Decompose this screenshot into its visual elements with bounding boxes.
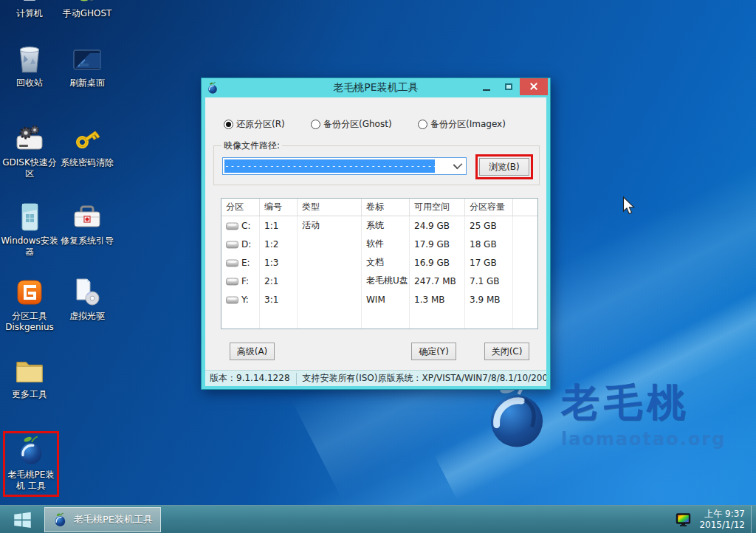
- maximize-button[interactable]: [498, 78, 520, 95]
- peach-icon: [15, 435, 47, 467]
- table-row[interactable]: Y:3:1WIM1.3 MB3.9 MB: [221, 290, 537, 309]
- desktop-icon-virtual-cd[interactable]: 虚拟光驱: [58, 276, 117, 322]
- table-cell: [513, 216, 537, 235]
- table-row[interactable]: D:1:2软件17.9 GB18 GB: [221, 235, 537, 253]
- column-header[interactable]: 分区: [221, 199, 260, 216]
- window-titlebar[interactable]: 老毛桃PE装机工具: [202, 78, 550, 97]
- table-cell: [298, 235, 362, 253]
- minimize-button[interactable]: [475, 78, 498, 95]
- desktop-icon-gdisk[interactable]: GDISK快速分区: [0, 123, 59, 179]
- desktop-icon-label: 修复系统引导: [61, 235, 114, 247]
- desktop-icon-label: 虚拟光驱: [69, 311, 105, 322]
- column-header-empty: [513, 199, 537, 216]
- column-header[interactable]: 卷标: [362, 199, 410, 216]
- watermark-site: laomaotao.org: [561, 429, 726, 450]
- table-cell: 3:1: [260, 290, 298, 309]
- key-icon: [71, 123, 103, 155]
- show-desktop-button[interactable]: [751, 506, 756, 533]
- desktop-icon-laomaotao-pe[interactable]: 老毛桃PE装机 工具: [3, 431, 59, 497]
- table-cell: 1:2: [260, 235, 298, 253]
- folder-icon: [13, 354, 46, 387]
- radio-restore-partition[interactable]: 还原分区(R): [224, 118, 285, 131]
- column-header[interactable]: 编号: [260, 199, 298, 216]
- desktop-icon-label: 回收站: [16, 78, 43, 89]
- status-bar: 版本：9.1.14.1228 支持安装所有(ISO)原版系统：XP/VISTA/…: [205, 370, 546, 386]
- table-cell: WIM: [362, 290, 410, 309]
- desktop-icon-repair-boot[interactable]: 修复系统引导: [58, 201, 117, 247]
- desktop-icon-diskgenius[interactable]: 分区工具 Diskgenius: [0, 276, 59, 333]
- window-client-area: 还原分区(R) 备份分区(Ghost) 备份分区(Imagex) 映像文件路径:…: [205, 97, 546, 386]
- desktop: 老毛桃 laomaotao.org 计算机 手动GHOST 回收站 刷新桌面 G…: [0, 0, 756, 533]
- diskgenius-icon: [13, 276, 46, 309]
- radio-label: 备份分区(Imagex): [430, 118, 506, 131]
- desktop-icon-label: Windows安装器: [0, 235, 59, 258]
- taskbar-item-label: 老毛桃PE装机工具: [74, 513, 153, 526]
- table-empty-area: [221, 309, 537, 329]
- radio-backup-imagex[interactable]: 备份分区(Imagex): [418, 118, 506, 131]
- table-cell: 2:1: [260, 272, 298, 290]
- table-cell: 17.9 GB: [410, 235, 465, 253]
- close-button[interactable]: [520, 78, 548, 95]
- ghost-disk-icon: [71, 0, 103, 6]
- desktop-icon-label: 老毛桃PE装机 工具: [5, 470, 57, 492]
- display-settings-icon[interactable]: [676, 513, 692, 527]
- supported-systems-text: 支持安装所有(ISO)原版系统：XP/VISTA/WIN7/8/8.1/10/2…: [296, 372, 546, 385]
- desktop-icon-recycle-bin[interactable]: 回收站: [0, 43, 59, 89]
- desktop-icon-more-tools[interactable]: 更多工具: [0, 354, 59, 400]
- desktop-icon-computer[interactable]: 计算机: [0, 0, 59, 19]
- column-header[interactable]: 可用空间: [410, 199, 465, 216]
- table-cell: 25 GB: [465, 216, 513, 235]
- watermark-brand: 老毛桃: [561, 377, 726, 429]
- disk-gears-icon: [13, 123, 46, 155]
- taskbar-clock[interactable]: 上午 9:37 2015/1/12: [699, 509, 745, 531]
- desktop-icon-refresh-desktop[interactable]: 刷新桌面: [58, 43, 117, 89]
- table-row[interactable]: E:1:3文档16.9 GB17 GB: [221, 253, 537, 272]
- table-cell: [513, 290, 537, 309]
- table-cell: D:: [221, 235, 260, 253]
- taskbar-item-laomaotao[interactable]: 老毛桃PE装机工具: [44, 507, 161, 532]
- desktop-icon-password-clear[interactable]: 系统密码清除: [58, 123, 117, 168]
- table-cell: 1.3 MB: [410, 290, 465, 309]
- desktop-icon-windows-installer[interactable]: Windows安装器: [0, 201, 59, 258]
- windows-installer-icon: [13, 201, 46, 233]
- table-cell: 17 GB: [465, 253, 513, 272]
- table-cell: E:: [221, 253, 260, 272]
- desktop-icon-label: 手动GHOST: [63, 8, 112, 19]
- annotation-redbox-browse: 浏览(B): [475, 154, 533, 179]
- table-cell: C:: [221, 216, 260, 235]
- radio-backup-ghost[interactable]: 备份分区(Ghost): [311, 118, 392, 131]
- table-row[interactable]: F:2:1老毛桃U盘247.7 MB7.1 GB: [221, 272, 537, 290]
- minimize-icon: [483, 89, 490, 91]
- close-dialog-button[interactable]: 关闭(C): [484, 343, 529, 360]
- desktop-icon-manual-ghost[interactable]: 手动GHOST: [58, 0, 117, 19]
- image-path-combobox[interactable]: ----------------------------------------…: [222, 157, 467, 175]
- column-header[interactable]: 类型: [298, 199, 362, 216]
- peach-icon: [52, 512, 68, 528]
- table-cell: 24.9 GB: [410, 216, 465, 235]
- table-row[interactable]: C:1:1活动系统24.9 GB25 GB: [221, 216, 537, 235]
- table-cell: [298, 290, 362, 309]
- mode-radio-group: 还原分区(R) 备份分区(Ghost) 备份分区(Imagex): [224, 118, 539, 130]
- radio-label: 还原分区(R): [236, 118, 285, 131]
- table-cell: 7.1 GB: [465, 272, 513, 290]
- chevron-down-icon[interactable]: [453, 160, 463, 170]
- image-path-label: 映像文件路径:: [221, 140, 282, 152]
- radio-unselected-icon: [311, 120, 320, 129]
- desktop-icon-label: GDISK快速分区: [0, 157, 59, 179]
- table-cell: [513, 272, 537, 290]
- start-button[interactable]: [0, 506, 44, 533]
- combobox-selected-value: ----------------------------------------…: [224, 159, 435, 173]
- ok-button[interactable]: 确定(Y): [411, 343, 456, 360]
- radio-selected-icon: [224, 120, 233, 129]
- pe-tool-window: 老毛桃PE装机工具 还原分区(R) 备份分区(Ghost) 备份分: [201, 78, 551, 390]
- browse-button[interactable]: 浏览(B): [479, 158, 529, 176]
- table-cell: [298, 253, 362, 272]
- windows-logo-icon: [13, 510, 32, 530]
- radio-unselected-icon: [418, 120, 427, 129]
- advanced-button[interactable]: 高级(A): [230, 343, 275, 360]
- partition-table-body: C:1:1活动系统24.9 GB25 GBD:1:2软件17.9 GB18 GB…: [221, 216, 537, 309]
- table-cell: 软件: [362, 235, 410, 253]
- system-tray: 上午 9:37 2015/1/12: [676, 506, 756, 533]
- column-header[interactable]: 分区容量: [465, 199, 513, 216]
- taskbar: 老毛桃PE装机工具 上午 9:37 2015/1/12: [0, 505, 756, 533]
